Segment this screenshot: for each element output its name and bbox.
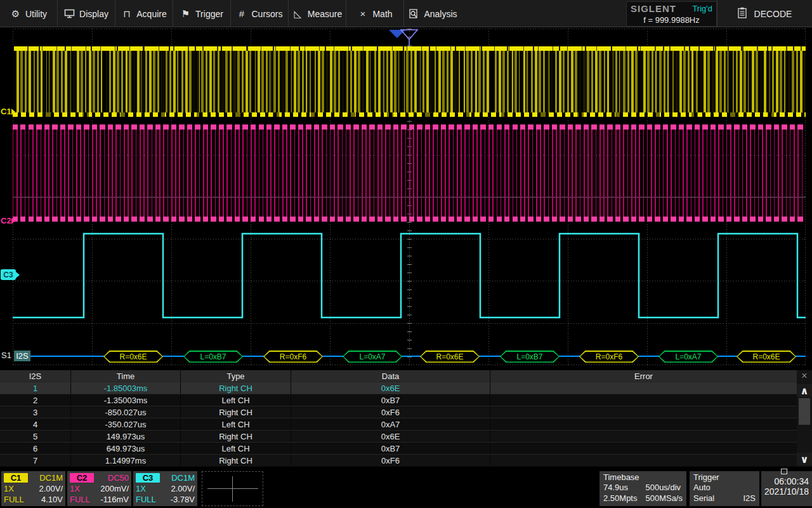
decode-bubble: L=0xB7 bbox=[500, 351, 560, 363]
menubar: ⚙ Utility Display ⊓ Acquire ⚑ Trigger # … bbox=[0, 0, 812, 27]
trigger-mode: Auto bbox=[693, 483, 743, 492]
trigger-status: Trig'd bbox=[692, 4, 712, 13]
ruler-icon: ◺ bbox=[292, 8, 303, 20]
waveform-display[interactable]: C1 C2 C3 S1 I2S R=0x6E L=0xB7 R=0xF6 L=0… bbox=[0, 28, 812, 367]
col-header-type: Type bbox=[181, 370, 291, 382]
table-row[interactable]: 4-350.027usLeft CH0xA7 bbox=[0, 418, 812, 430]
trigger-source: I2S bbox=[743, 493, 756, 503]
decode-bubble: R=0x6E bbox=[103, 351, 163, 363]
menu-utility-label: Utility bbox=[25, 9, 47, 19]
c2-tag: C2 bbox=[70, 473, 94, 483]
menu-analysis-label: Analysis bbox=[424, 9, 457, 19]
cursors-grid-icon: # bbox=[236, 8, 247, 19]
timebase-box[interactable]: Timebase 74.9us 500us/div 2.50Mpts 500MS… bbox=[599, 471, 686, 506]
c3-descriptor-box[interactable]: C3DC1M 1X2.00V/ FULL-3.78V bbox=[133, 471, 197, 506]
menu-acquire[interactable]: ⊓ Acquire bbox=[115, 0, 173, 27]
col-header-i2s: I2S bbox=[0, 370, 71, 382]
timebase-samplerate: 500MSa/s bbox=[645, 493, 683, 503]
menu-cursors[interactable]: # Cursors bbox=[231, 0, 289, 27]
menu-measure[interactable]: ◺ Measure bbox=[289, 0, 346, 27]
decode-bubble: L=0xA7 bbox=[343, 351, 402, 363]
menu-analysis[interactable]: Analysis bbox=[404, 0, 462, 27]
clock-date: 2021/10/18 bbox=[761, 486, 809, 497]
col-header-error: Error bbox=[490, 370, 797, 382]
scroll-down-icon[interactable]: ∨ bbox=[797, 453, 812, 465]
status-bar: C1DC1M 1X2.00V/ FULL4.10V C2DC50 1X200mV… bbox=[0, 469, 812, 508]
c1-tag: C1 bbox=[4, 473, 28, 483]
table-row[interactable]: 2-1.35003msLeft CH0xB7 bbox=[0, 394, 812, 406]
c1-descriptor-box[interactable]: C1DC1M 1X2.00V/ FULL4.10V bbox=[1, 471, 65, 506]
monitor-icon bbox=[64, 9, 75, 18]
menu-math-label: Math bbox=[372, 9, 392, 19]
menu-display-label: Display bbox=[79, 9, 108, 19]
timebase-delay: 74.9us bbox=[603, 483, 645, 492]
notification-square-icon bbox=[781, 469, 787, 474]
trigger-delay-marker bbox=[389, 30, 405, 38]
s1-bus-marker[interactable]: S1 bbox=[1, 351, 11, 360]
decode-button[interactable]: DECODE bbox=[717, 0, 812, 27]
c2-waveform bbox=[13, 124, 806, 222]
clock-time: 06:00:34 bbox=[761, 476, 809, 486]
table-row[interactable]: 3-850.027usRight CH0xF6 bbox=[0, 406, 812, 418]
table-scrollbar[interactable]: × ∧ ∨ bbox=[797, 370, 812, 467]
menu-math[interactable]: × Math bbox=[346, 0, 404, 27]
c1-waveform bbox=[13, 46, 806, 117]
table-header-row: I2S Time Type Data Error bbox=[0, 370, 812, 382]
frequency-counter: f = 999.9988Hz bbox=[627, 14, 716, 25]
timebase-memory: 2.50Mpts bbox=[603, 493, 645, 503]
trigger-status-panel: SIGLENT Trig'd f = 999.9988Hz bbox=[626, 1, 717, 27]
decode-list-table: I2S Time Type Data Error 1-1.85003msRigh… bbox=[0, 370, 812, 467]
decode-bubble: L=0xB7 bbox=[183, 351, 243, 363]
decode-button-label: DECODE bbox=[754, 9, 792, 19]
decode-bubble: R=0x6E bbox=[737, 351, 796, 363]
magnifier-icon bbox=[409, 9, 419, 19]
col-header-data: Data bbox=[291, 370, 490, 382]
menu-display[interactable]: Display bbox=[58, 0, 115, 27]
decode-bubble: L=0xA7 bbox=[658, 351, 718, 363]
decode-bubble: R=0xF6 bbox=[579, 351, 639, 363]
c2-descriptor-box[interactable]: C2DC50 1X200mV/ FULL-116mV bbox=[67, 471, 131, 506]
c1-arrow-icon bbox=[11, 109, 15, 115]
siglent-logo: SIGLENT bbox=[631, 3, 676, 14]
math-icon: × bbox=[357, 8, 368, 19]
decode-bubble: R=0xF6 bbox=[263, 351, 323, 363]
trigger-box[interactable]: Trigger Auto Serial I2S bbox=[690, 471, 759, 506]
c1-channel-marker[interactable]: C1 bbox=[1, 107, 15, 116]
menu-measure-label: Measure bbox=[308, 9, 342, 19]
table-row[interactable]: 71.14997msRight CH0xF6 bbox=[0, 454, 812, 466]
c3-arrow-icon bbox=[16, 272, 20, 278]
menu-cursors-label: Cursors bbox=[251, 9, 282, 19]
c3-channel-marker[interactable]: C3 bbox=[1, 269, 20, 280]
i2s-bus-tag[interactable]: I2S bbox=[14, 351, 30, 361]
gear-icon: ⚙ bbox=[10, 8, 21, 20]
menu-trigger-label: Trigger bbox=[195, 9, 223, 19]
col-header-time: Time bbox=[71, 370, 181, 382]
scrollbar-thumb[interactable] bbox=[799, 398, 810, 425]
crosshair-icon bbox=[207, 488, 258, 489]
add-channel-placeholder[interactable] bbox=[202, 471, 263, 506]
c2-channel-marker[interactable]: C2 bbox=[1, 216, 15, 225]
clipboard-icon bbox=[738, 7, 747, 20]
table-row[interactable]: 6649.973usLeft CH0xB7 bbox=[0, 442, 812, 454]
menu-acquire-label: Acquire bbox=[136, 9, 166, 19]
menu-utility[interactable]: ⚙ Utility bbox=[0, 0, 58, 27]
table-row[interactable]: 1-1.85003msRight CH0x6E bbox=[0, 382, 812, 394]
scroll-up-icon[interactable]: ∧ bbox=[797, 384, 812, 397]
clock-box: 06:00:34 2021/10/18 bbox=[761, 471, 812, 506]
c3-tag: C3 bbox=[136, 473, 160, 483]
acquire-icon: ⊓ bbox=[121, 8, 132, 20]
close-icon[interactable]: × bbox=[797, 370, 812, 382]
trigger-title: Trigger bbox=[693, 472, 756, 483]
c2-arrow-icon bbox=[11, 218, 15, 224]
trigger-type: Serial bbox=[693, 493, 743, 503]
oscilloscope-screen: ⚙ Utility Display ⊓ Acquire ⚑ Trigger # … bbox=[0, 0, 812, 508]
timebase-scale: 500us/div bbox=[645, 483, 683, 492]
menu-trigger[interactable]: ⚑ Trigger bbox=[173, 0, 231, 27]
timebase-title: Timebase bbox=[603, 472, 683, 483]
flag-icon: ⚑ bbox=[180, 8, 191, 20]
decode-bubble: R=0x6E bbox=[420, 351, 480, 363]
table-row[interactable]: 5149.973usRight CH0x6E bbox=[0, 430, 812, 442]
